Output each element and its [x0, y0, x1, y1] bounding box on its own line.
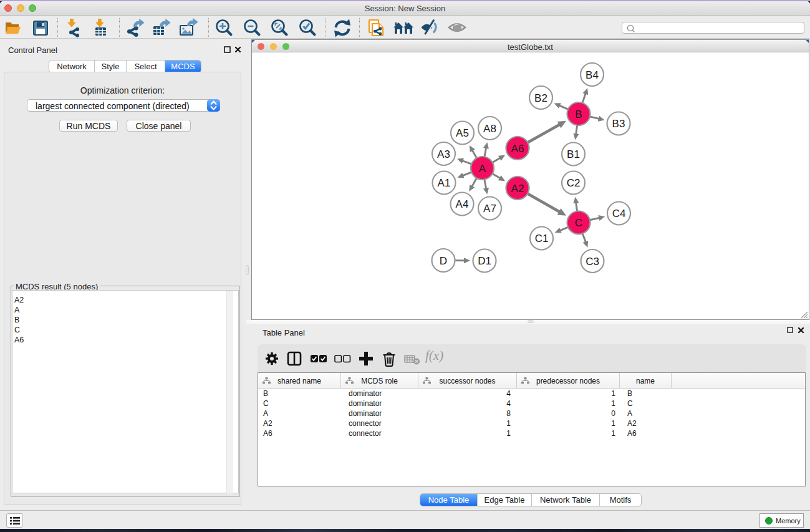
svg-text:B4: B4: [586, 69, 599, 81]
svg-text:A1: A1: [438, 177, 451, 189]
svg-text:A: A: [479, 163, 486, 175]
svg-text:C1: C1: [535, 233, 549, 244]
svg-text:D1: D1: [478, 255, 491, 267]
svg-text:C: C: [575, 217, 582, 229]
svg-text:A3: A3: [437, 148, 450, 160]
svg-text:A4: A4: [456, 198, 469, 210]
svg-text:A8: A8: [483, 123, 496, 135]
svg-text:A6: A6: [511, 143, 524, 155]
svg-text:B2: B2: [534, 92, 547, 104]
svg-text:C4: C4: [612, 208, 626, 220]
svg-text:B1: B1: [567, 148, 580, 160]
svg-text:A5: A5: [456, 127, 469, 139]
svg-text:A2: A2: [511, 183, 524, 195]
svg-text:B: B: [575, 109, 582, 120]
svg-text:B3: B3: [612, 118, 625, 130]
svg-text:C3: C3: [586, 256, 599, 268]
svg-text:A7: A7: [483, 203, 496, 215]
svg-text:D: D: [440, 255, 447, 267]
svg-text:C2: C2: [567, 177, 581, 189]
